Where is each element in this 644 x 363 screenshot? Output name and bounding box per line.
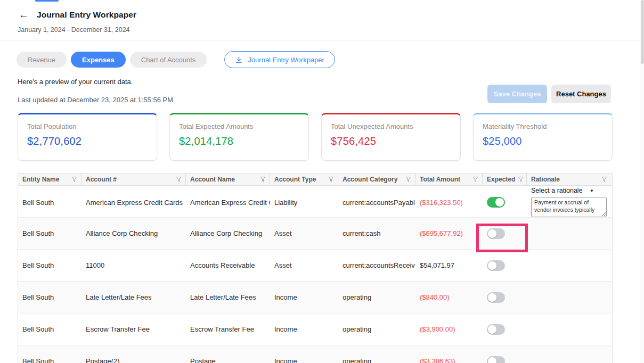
column-label: Rationale [531, 176, 560, 183]
account-number-cell: Postage(2) [81, 345, 186, 363]
entity-name-cell: Bell South [18, 186, 81, 219]
expected-cell [483, 282, 527, 313]
action-buttons: Save Changes Reset Changes [487, 85, 611, 103]
column-header-expected: Expected [483, 174, 527, 185]
card-value: $25,000 [483, 135, 603, 147]
account-category-cell: operating [338, 345, 415, 363]
expected-toggle[interactable] [487, 292, 505, 303]
account-number-cell: Escrow Transfer Fee [81, 314, 186, 345]
tab-expenses[interactable]: Expenses [71, 52, 126, 68]
summary-card: Total Unexpected Amounts $756,425 [321, 113, 461, 161]
total-amount-cell: ($316,323.50) [415, 186, 483, 219]
toolbar: RevenueExpensesChart of Accounts Journal… [17, 51, 335, 68]
account-name-cell: Postage [186, 345, 270, 363]
download-workpaper-button[interactable]: Journal Entry Workpaper [224, 51, 335, 68]
expected-toggle[interactable] [487, 356, 505, 363]
expected-cell [483, 186, 527, 219]
account-type-cell: Income [270, 345, 338, 363]
filter-icon[interactable] [173, 177, 181, 182]
filter-icon[interactable] [515, 177, 523, 182]
account-category-cell: current:accountsReceiv [338, 250, 415, 281]
table-row: Bell South Alliance Corp Checking Allian… [18, 218, 612, 250]
tab-revenue[interactable]: Revenue [17, 52, 67, 68]
page-title: Journal Entry Workpaper [37, 10, 136, 20]
table-row: Bell South American Express Credit Cards… [18, 186, 612, 218]
rationale-cell [527, 282, 611, 313]
column-header-account-type: Account Type [270, 174, 338, 185]
filter-icon[interactable] [325, 177, 333, 182]
account-category-cell: operating [338, 282, 415, 313]
title-row: ← Journal Entry Workpaper [18, 9, 136, 21]
scrollbar-track[interactable] [640, 0, 644, 363]
expected-cell [483, 314, 527, 345]
expected-toggle[interactable] [487, 260, 505, 271]
entity-name-cell: Bell South [18, 218, 81, 249]
table-row: Bell South Late Letter/Late Fees Late Le… [18, 282, 612, 314]
rationale-select[interactable]: Select a rationale ▼ [531, 187, 594, 194]
back-button[interactable]: ← [18, 9, 30, 21]
page: ← Journal Entry Workpaper January 1, 202… [0, 0, 644, 363]
expected-cell [483, 250, 527, 281]
expected-toggle[interactable] [487, 228, 505, 239]
card-label: Materiality Threshold [483, 122, 603, 130]
download-button-label: Journal Entry Workpaper [248, 56, 324, 64]
account-name-cell: American Express Credit C [186, 186, 270, 219]
column-label: Account # [86, 176, 117, 183]
expected-toggle[interactable] [487, 324, 505, 335]
entity-name-cell: Bell South [18, 314, 81, 345]
expected-toggle[interactable] [487, 197, 505, 208]
scrollbar-thumb[interactable] [641, 0, 644, 64]
rationale-cell [527, 250, 611, 281]
account-type-cell: Asset [270, 250, 338, 281]
tab-chart-of-accounts[interactable]: Chart of Accounts [130, 52, 207, 68]
card-value: $2,770,602 [27, 135, 148, 147]
filter-icon[interactable] [257, 177, 265, 182]
column-header-total-amount: Total Amount [415, 174, 483, 185]
column-header-account-name: Account Name [186, 174, 270, 185]
card-value: $756,425 [331, 135, 451, 147]
account-number-cell: 11000 [81, 250, 186, 281]
column-label: Expected [487, 176, 515, 183]
filter-icon[interactable] [69, 177, 77, 182]
rationale-select-value: Select a rationale [531, 187, 583, 194]
browser-tab-indicator [35, 0, 59, 2]
account-category-cell: current:cash [338, 218, 415, 249]
column-label: Total Amount [420, 176, 460, 183]
entity-name-cell: Bell South [18, 345, 81, 363]
rationale-cell [527, 314, 611, 345]
rationale-textarea[interactable]: Payment or accrual of vendor invoices ty… [531, 197, 607, 217]
column-header-entity-name: Entity Name [18, 174, 81, 185]
last-updated-text: Last updated at December 23, 2025 at 1:5… [18, 96, 173, 104]
filter-icon[interactable] [599, 177, 607, 182]
account-type-cell: Asset [270, 218, 338, 249]
reset-changes-button[interactable]: Reset Changes [551, 85, 611, 103]
summary-card: Materiality Threshold $25,000 [473, 113, 613, 161]
summary-cards: Total Population $2,770,602 Total Expect… [18, 113, 613, 161]
column-label: Account Category [343, 176, 397, 183]
column-header-account-: Account # [81, 174, 186, 185]
rationale-cell: Select a rationale ▼ Payment or accrual … [527, 186, 611, 219]
account-type-cell: Income [270, 282, 338, 313]
summary-card: Total Expected Amounts $2,014,178 [169, 113, 309, 161]
account-type-cell: Liability [270, 186, 338, 219]
account-category-cell: current:accountsPayabl [338, 186, 415, 219]
filter-icon[interactable] [470, 177, 478, 182]
rationale-content: Select a rationale ▼ Payment or accrual … [531, 186, 607, 219]
rationale-cell [527, 218, 611, 249]
account-name-cell: Alliance Corp Checking [186, 218, 270, 249]
filter-icon[interactable] [403, 177, 411, 182]
header-divider [0, 40, 644, 40]
download-icon [235, 56, 243, 64]
column-header-account-category: Account Category [338, 174, 415, 185]
save-changes-button[interactable]: Save Changes [487, 85, 547, 103]
total-amount-cell: ($695,677.92) [415, 218, 483, 249]
rationale-cell [527, 345, 611, 363]
account-category-cell: operating [338, 314, 415, 345]
data-table: Entity NameAccount #Account NameAccount … [18, 173, 613, 363]
account-type-cell: Income [270, 314, 338, 345]
entity-name-cell: Bell South [18, 282, 81, 313]
expected-cell [483, 345, 527, 363]
total-amount-cell: ($3,386.63) [415, 345, 483, 363]
account-name-cell: Late Letter/Late Fees [186, 282, 270, 313]
table-row: Bell South Postage(2) Postage Income ope… [18, 345, 612, 363]
